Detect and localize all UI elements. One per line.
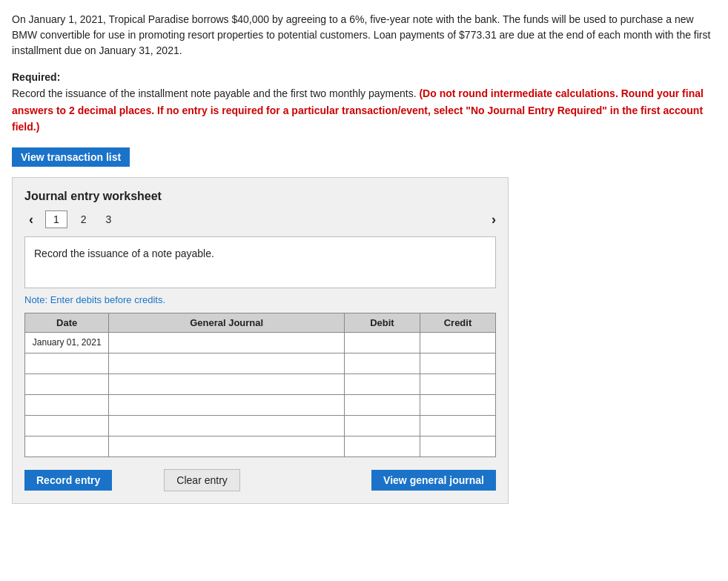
general-journal-cell[interactable]: [109, 353, 345, 374]
general-journal-input[interactable]: [113, 336, 340, 347]
debit-input[interactable]: [349, 419, 415, 430]
clear-entry-button[interactable]: Clear entry: [164, 469, 239, 491]
date-cell: January 01, 2021: [25, 332, 109, 353]
table-row: January 01, 2021: [25, 332, 496, 353]
date-cell: [25, 353, 109, 374]
view-transaction-button[interactable]: View transaction list: [12, 147, 130, 167]
tab-2[interactable]: 2: [75, 211, 93, 228]
debit-cell[interactable]: [344, 394, 420, 415]
date-cell: [25, 394, 109, 415]
debit-cell[interactable]: [344, 332, 420, 353]
tab-3[interactable]: 3: [100, 211, 118, 228]
credit-cell[interactable]: [420, 394, 495, 415]
description-box: Record the issuance of a note payable.: [24, 236, 496, 288]
credit-cell[interactable]: [420, 332, 495, 353]
next-arrow[interactable]: ›: [492, 212, 496, 228]
debit-cell[interactable]: [344, 353, 420, 374]
date-header: Date: [25, 313, 109, 332]
table-row: [25, 415, 496, 436]
debit-cell[interactable]: [344, 436, 420, 456]
general-journal-header: General Journal: [109, 313, 345, 332]
table-row: [25, 374, 496, 394]
date-cell: [25, 415, 109, 436]
credit-input[interactable]: [425, 398, 491, 409]
debit-input[interactable]: [349, 439, 415, 451]
general-journal-cell[interactable]: [109, 415, 345, 436]
general-journal-cell[interactable]: [109, 374, 345, 394]
credit-header: Credit: [420, 313, 495, 332]
record-entry-button[interactable]: Record entry: [24, 470, 112, 491]
table-row: [25, 436, 496, 456]
debit-input[interactable]: [349, 377, 415, 388]
intro-text: On January 1, 2021, Tropical Paradise bo…: [12, 12, 716, 59]
debit-cell[interactable]: [344, 374, 420, 394]
general-journal-input[interactable]: [113, 377, 340, 388]
view-general-journal-button[interactable]: View general journal: [371, 470, 496, 491]
general-journal-cell[interactable]: [109, 436, 345, 456]
credit-cell[interactable]: [420, 415, 495, 436]
worksheet-title: Journal entry worksheet: [24, 190, 496, 203]
debit-input[interactable]: [349, 356, 415, 368]
general-journal-cell[interactable]: [109, 394, 345, 415]
date-cell: [25, 374, 109, 394]
debit-cell[interactable]: [344, 415, 420, 436]
prev-arrow[interactable]: ‹: [24, 210, 38, 229]
credit-input[interactable]: [425, 336, 491, 347]
required-instruction-plain: Record the issuance of the installment n…: [12, 87, 417, 99]
credit-cell[interactable]: [420, 436, 495, 456]
required-label: Required:: [12, 71, 60, 83]
worksheet-container: Journal entry worksheet ‹ 1 2 3 › Record…: [12, 177, 509, 504]
date-cell: [25, 436, 109, 456]
general-journal-input[interactable]: [113, 419, 340, 430]
credit-input[interactable]: [425, 439, 491, 451]
journal-table: Date General Journal Debit Credit Januar…: [24, 313, 496, 457]
debit-input[interactable]: [349, 398, 415, 409]
general-journal-input[interactable]: [113, 356, 340, 368]
table-row: [25, 394, 496, 415]
button-row: Record entry Clear entry View general jo…: [24, 469, 496, 491]
debit-header: Debit: [344, 313, 420, 332]
general-journal-input[interactable]: [113, 398, 340, 409]
credit-input[interactable]: [425, 356, 491, 368]
credit-cell[interactable]: [420, 374, 495, 394]
credit-input[interactable]: [425, 377, 491, 388]
general-journal-input[interactable]: [113, 439, 340, 451]
debit-input[interactable]: [349, 336, 415, 347]
nav-row: ‹ 1 2 3 ›: [24, 210, 496, 229]
table-row: [25, 353, 496, 374]
general-journal-cell[interactable]: [109, 332, 345, 353]
active-tab[interactable]: 1: [45, 210, 67, 228]
note-text: Note: Enter debits before credits.: [24, 294, 496, 305]
credit-cell[interactable]: [420, 353, 495, 374]
credit-input[interactable]: [425, 419, 491, 430]
